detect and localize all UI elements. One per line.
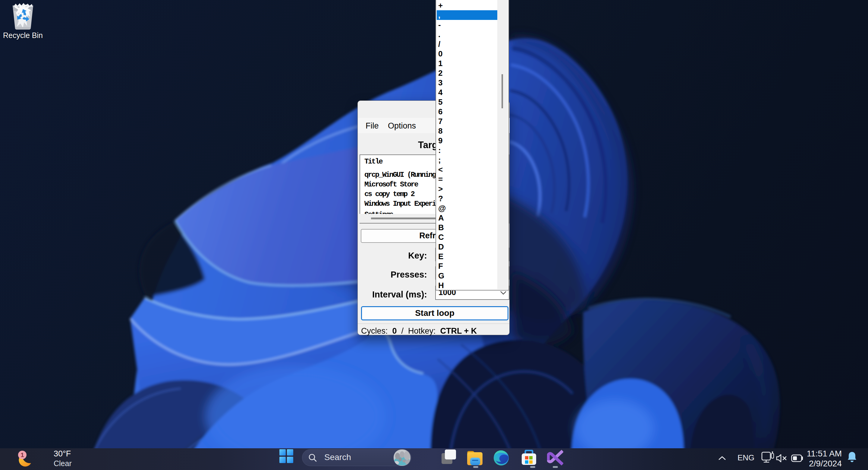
svg-text:1: 1: [21, 451, 24, 458]
